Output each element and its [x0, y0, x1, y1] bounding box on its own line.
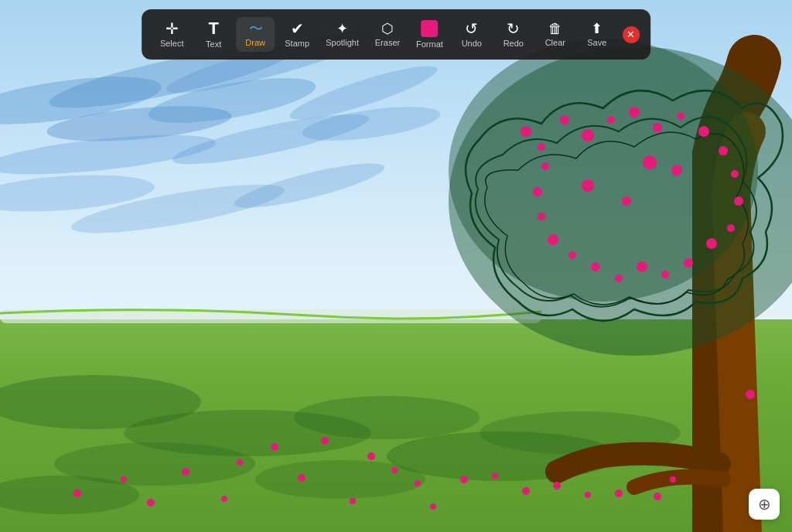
close-button[interactable]: ✕ — [623, 26, 640, 43]
save-icon: ⬆ — [591, 22, 603, 36]
draw-label: Draw — [245, 38, 265, 47]
quick-action-button[interactable]: ⊕ — [749, 489, 780, 520]
eraser-label: Eraser — [375, 38, 400, 47]
undo-label: Undo — [462, 39, 482, 48]
format-color-swatch — [421, 20, 438, 37]
clear-label: Clear — [545, 38, 565, 47]
redo-icon: ↻ — [507, 21, 520, 36]
eraser-icon: ⬡ — [381, 22, 394, 36]
spotlight-tool[interactable]: ✦ Spotlight — [319, 17, 365, 52]
select-icon: ✛ — [166, 21, 179, 36]
clear-tool[interactable]: 🗑 Clear — [536, 17, 575, 52]
stamp-label: Stamp — [285, 39, 309, 48]
undo-icon: ↺ — [465, 21, 478, 36]
save-tool[interactable]: ⬆ Save — [578, 17, 616, 52]
save-label: Save — [587, 38, 606, 47]
spotlight-label: Spotlight — [326, 38, 359, 47]
quick-action-icon: ⊕ — [758, 495, 771, 513]
format-label: Format — [416, 39, 443, 49]
ground-background — [0, 319, 792, 532]
draw-tool[interactable]: 〜 Draw — [236, 17, 275, 52]
spotlight-icon: ✦ — [336, 22, 348, 36]
text-label: Text — [206, 39, 221, 49]
format-tool[interactable]: Format — [410, 15, 449, 53]
stamp-tool[interactable]: ✔ Stamp — [278, 16, 316, 53]
stamp-icon: ✔ — [291, 21, 304, 36]
undo-tool[interactable]: ↺ Undo — [452, 16, 491, 53]
text-tool[interactable]: T Text — [194, 15, 233, 53]
select-tool[interactable]: ✛ Select — [152, 16, 191, 53]
draw-icon: 〜 — [249, 22, 261, 36]
eraser-tool[interactable]: ⬡ Eraser — [368, 17, 407, 52]
clear-icon: 🗑 — [548, 22, 562, 36]
canvas-area[interactable]: ✛ Select T Text 〜 Draw ✔ Stamp ✦ Spotlig… — [0, 0, 792, 532]
text-icon: T — [208, 20, 218, 37]
redo-tool[interactable]: ↻ Redo — [494, 16, 533, 53]
close-icon: ✕ — [626, 29, 635, 40]
select-label: Select — [160, 39, 184, 48]
redo-label: Redo — [504, 39, 524, 48]
toolbar: ✛ Select T Text 〜 Draw ✔ Stamp ✦ Spotlig… — [142, 9, 650, 60]
